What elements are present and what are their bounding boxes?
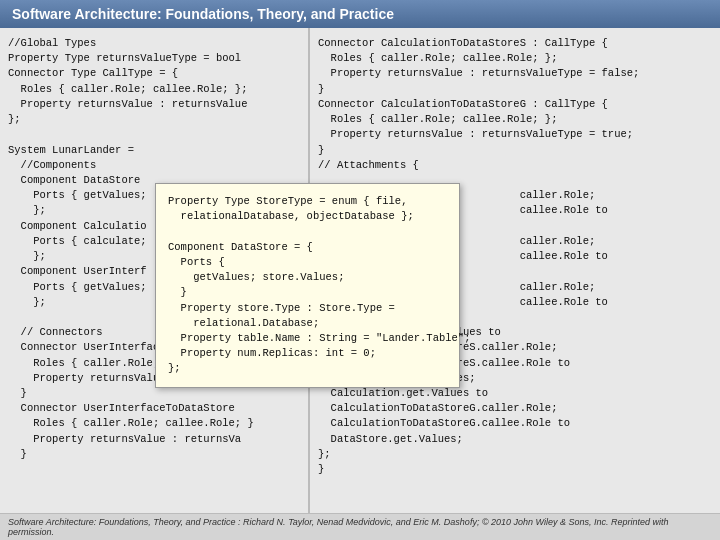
- title-bar: Software Architecture: Foundations, Theo…: [0, 0, 720, 28]
- footer-text: Software Architecture: Foundations, Theo…: [8, 517, 669, 537]
- main-content: //Global Types Property Type returnsValu…: [0, 28, 720, 513]
- tooltip-popup: Property Type StoreType = enum { file, r…: [155, 183, 460, 388]
- footer-citation: Software Architecture: Foundations, Theo…: [0, 513, 720, 540]
- main-window: Software Architecture: Foundations, Theo…: [0, 0, 720, 540]
- window-title: Software Architecture: Foundations, Theo…: [12, 6, 394, 22]
- tooltip-code: Property Type StoreType = enum { file, r…: [168, 194, 447, 377]
